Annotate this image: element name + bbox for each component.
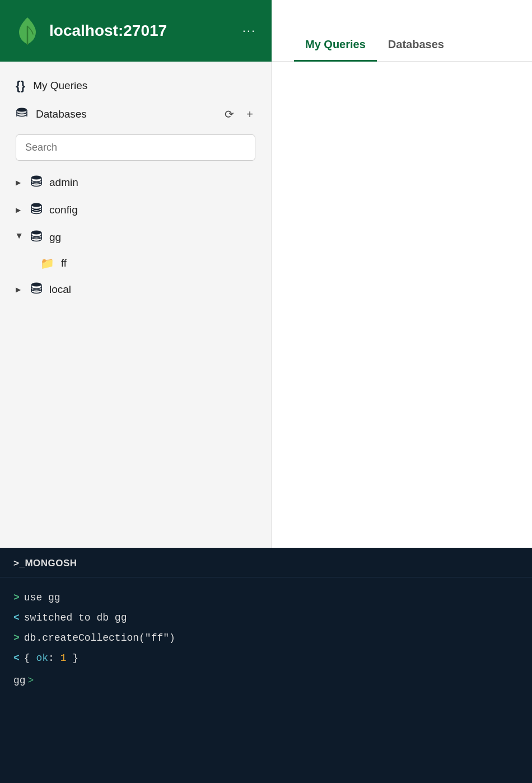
db-item-local[interactable]: ▶ local: [0, 276, 271, 303]
arrow-icon-gg: ▶: [16, 234, 24, 241]
ok-value: 1: [60, 652, 67, 664]
svg-point-7: [31, 283, 41, 287]
svg-point-5: [31, 231, 41, 235]
db-item-config[interactable]: ▶ config: [0, 196, 271, 223]
terminal-db-label: gg: [13, 670, 26, 691]
right-panel: [272, 62, 532, 548]
db-icon-admin: [30, 175, 43, 190]
collection-name-ff: ff: [61, 258, 67, 269]
terminal-output-1: switched to db gg: [24, 608, 127, 628]
terminal-command-2: db.createCollection("ff"): [24, 628, 175, 648]
terminal-line-2: < switched to db gg: [13, 608, 519, 628]
terminal-caret: >: [28, 670, 34, 691]
tab-bar: My Queries Databases: [272, 0, 532, 62]
tab-my-queries[interactable]: My Queries: [294, 29, 377, 62]
databases-actions: ⟳ +: [222, 106, 255, 122]
prompt-in-1: >: [13, 588, 20, 608]
prompt-in-2: >: [13, 628, 20, 648]
db-item-gg[interactable]: ▶ gg: [0, 223, 271, 251]
terminal-line-4: < { ok: 1 }: [13, 648, 519, 668]
search-container: [0, 129, 271, 169]
main-area: {} My Queries Databases ⟳ +: [0, 62, 532, 548]
db-name-admin: admin: [49, 176, 78, 189]
connection-bar: localhost:27017 ···: [0, 0, 272, 62]
sidebar: {} My Queries Databases ⟳ +: [0, 62, 272, 548]
add-database-button[interactable]: +: [244, 107, 255, 122]
db-icon-config: [30, 202, 43, 217]
arrow-icon-admin: ▶: [16, 179, 24, 187]
connection-title: localhost:27017: [49, 22, 232, 40]
folder-icon-ff: 📁: [40, 257, 54, 270]
search-input[interactable]: [16, 134, 255, 161]
db-icon-local: [30, 282, 43, 297]
terminal-prompt-line[interactable]: gg >: [13, 670, 519, 691]
terminal-line-1: > use gg: [13, 588, 519, 608]
tab-databases[interactable]: Databases: [377, 29, 455, 62]
more-options-icon[interactable]: ···: [242, 24, 256, 38]
collection-item-ff[interactable]: 📁 ff: [0, 251, 271, 276]
arrow-icon-local: ▶: [16, 286, 24, 293]
curly-braces-icon: {}: [16, 78, 25, 93]
terminal-result: { ok: 1 }: [24, 648, 78, 668]
terminal-body[interactable]: > use gg < switched to db gg > db.create…: [0, 577, 532, 701]
databases-icon: [16, 107, 28, 122]
terminal-line-3: > db.createCollection("ff"): [13, 628, 519, 648]
header: localhost:27017 ··· My Queries Databases: [0, 0, 532, 62]
terminal-command-1: use gg: [24, 588, 60, 608]
terminal: >_MONGOSH > use gg < switched to db gg >…: [0, 548, 532, 783]
db-item-admin[interactable]: ▶ admin: [0, 169, 271, 196]
arrow-icon-config: ▶: [16, 206, 24, 214]
db-icon-gg: [30, 230, 43, 245]
db-name-gg: gg: [49, 231, 61, 244]
terminal-header: >_MONGOSH: [0, 548, 532, 577]
db-name-local: local: [49, 283, 71, 296]
svg-point-3: [31, 203, 41, 207]
prompt-out-2: <: [13, 648, 20, 668]
svg-point-1: [31, 176, 41, 180]
db-name-config: config: [49, 204, 78, 216]
ok-key: ok: [36, 652, 48, 664]
prompt-out-1: <: [13, 608, 20, 628]
refresh-button[interactable]: ⟳: [222, 106, 236, 122]
mongo-logo: [16, 16, 39, 45]
my-queries-label: My Queries: [33, 80, 87, 92]
sidebar-section-databases[interactable]: Databases ⟳ +: [0, 100, 271, 129]
databases-label: Databases: [36, 108, 214, 120]
sidebar-item-my-queries[interactable]: {} My Queries: [0, 72, 271, 100]
